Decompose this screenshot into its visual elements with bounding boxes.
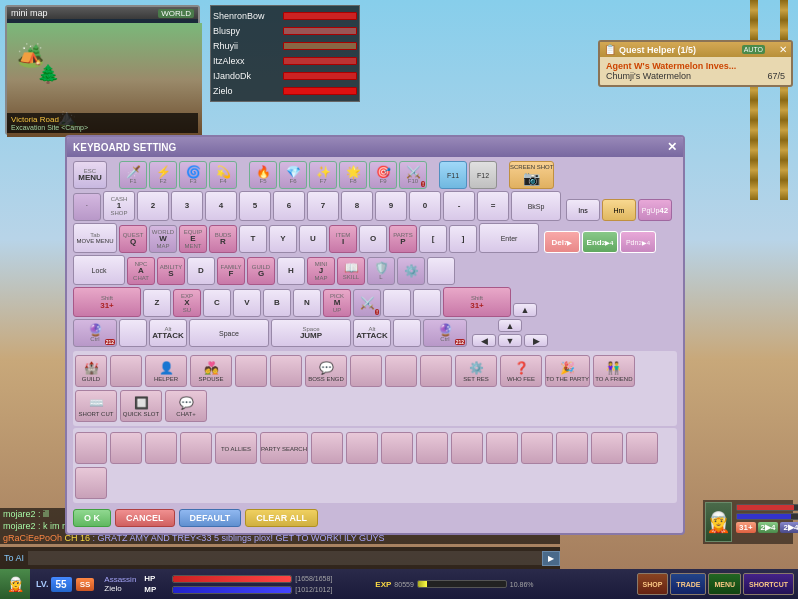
key-alt-right[interactable]: AltATTACK bbox=[353, 319, 391, 347]
key-slash[interactable] bbox=[413, 289, 441, 317]
key-f10[interactable]: ⚔️F10! bbox=[399, 161, 427, 189]
quickslot-b9[interactable] bbox=[451, 432, 483, 464]
quickslot-b11[interactable] bbox=[521, 432, 553, 464]
quickslot-to-allies[interactable]: TO ALLIES bbox=[215, 432, 257, 464]
key-4[interactable]: 4 bbox=[205, 191, 237, 221]
quickslot-who-fee[interactable]: ❓WHO FEE bbox=[500, 355, 542, 387]
key-n[interactable]: N bbox=[293, 289, 321, 317]
key-q[interactable]: QUESTQ bbox=[119, 225, 147, 253]
quickslot-empty-6[interactable] bbox=[420, 355, 452, 387]
key-win-right[interactable] bbox=[393, 319, 421, 347]
key-bracket-l[interactable]: [ bbox=[419, 225, 447, 253]
key-home[interactable]: Hm bbox=[602, 199, 636, 221]
keyboard-ok-button[interactable]: O K bbox=[73, 509, 111, 527]
key-f12[interactable]: F12 bbox=[469, 161, 497, 189]
quickslot-b2[interactable] bbox=[110, 432, 142, 464]
quickslot-guild[interactable]: 🏰GUILD bbox=[75, 355, 107, 387]
key-5[interactable]: 5 bbox=[239, 191, 271, 221]
key-x[interactable]: EXPXSU bbox=[173, 289, 201, 317]
quickslot-empty-4[interactable] bbox=[350, 355, 382, 387]
keyboard-close-button[interactable]: ✕ bbox=[667, 140, 677, 154]
key-enter[interactable]: Enter bbox=[479, 223, 539, 253]
key-m[interactable]: PICKMUP bbox=[323, 289, 351, 317]
key-r[interactable]: BUDSR bbox=[209, 225, 237, 253]
key-f7[interactable]: ✨F7 bbox=[309, 161, 337, 189]
keyboard-clear-button[interactable]: CLEAR ALL bbox=[245, 509, 318, 527]
key-bracket-r[interactable]: ] bbox=[449, 225, 477, 253]
key-quote[interactable] bbox=[427, 257, 455, 285]
key-f[interactable]: FAMILYF bbox=[217, 257, 245, 285]
keyboard-default-button[interactable]: DEFAULT bbox=[179, 509, 242, 527]
quickslot-b1[interactable] bbox=[75, 432, 107, 464]
key-ctrl-right[interactable]: 🔮Ctrl212 bbox=[423, 319, 467, 347]
key-y[interactable]: Y bbox=[269, 225, 297, 253]
key-minus[interactable]: - bbox=[443, 191, 475, 221]
quickslot-to-a-friend[interactable]: 👫TO A FRIEND bbox=[593, 355, 635, 387]
quickslot-chat[interactable]: 💬CHAT+ bbox=[165, 390, 207, 422]
key-2[interactable]: 2 bbox=[137, 191, 169, 221]
key-semicolon[interactable]: ⚙️ bbox=[397, 257, 425, 285]
key-f5[interactable]: 🔥F5 bbox=[249, 161, 277, 189]
quickslot-b8[interactable] bbox=[416, 432, 448, 464]
quickslot-b12[interactable] bbox=[556, 432, 588, 464]
quickslot-to-the-party[interactable]: 🎉TO THE PARTY bbox=[545, 355, 590, 387]
quickslot-empty-3[interactable] bbox=[270, 355, 302, 387]
quickslot-b13[interactable] bbox=[591, 432, 623, 464]
key-7[interactable]: 7 bbox=[307, 191, 339, 221]
key-f3[interactable]: 🌀F3 bbox=[179, 161, 207, 189]
key-win[interactable] bbox=[119, 319, 147, 347]
keyboard-cancel-button[interactable]: CANCEL bbox=[115, 509, 175, 527]
quickslot-helper[interactable]: 👤HELPER bbox=[145, 355, 187, 387]
key-backquote[interactable]: ` bbox=[73, 193, 101, 221]
quest-close-button[interactable]: ✕ bbox=[779, 44, 787, 55]
key-l[interactable]: 🛡️L bbox=[367, 257, 395, 285]
quickslot-empty-5[interactable] bbox=[385, 355, 417, 387]
key-t[interactable]: T bbox=[239, 225, 267, 253]
key-esc[interactable]: ESC MENU bbox=[73, 161, 107, 189]
key-w[interactable]: WORLDWMAP bbox=[149, 225, 177, 253]
world-button[interactable]: WORLD bbox=[158, 9, 194, 18]
key-0[interactable]: 0 bbox=[409, 191, 441, 221]
quickslot-b15[interactable] bbox=[75, 467, 107, 499]
key-equals[interactable]: = bbox=[477, 191, 509, 221]
key-printscreen[interactable]: SCREEN SHOT📷 bbox=[509, 161, 554, 189]
key-9[interactable]: 9 bbox=[375, 191, 407, 221]
key-f9[interactable]: 🎯F9 bbox=[369, 161, 397, 189]
key-h[interactable]: H bbox=[277, 257, 305, 285]
key-o[interactable]: O bbox=[359, 225, 387, 253]
key-space-left[interactable]: Space bbox=[189, 319, 269, 347]
quickslot-empty-2[interactable] bbox=[235, 355, 267, 387]
quickslot-b7[interactable] bbox=[381, 432, 413, 464]
quickslot-spouse[interactable]: 💑SPOUSE bbox=[190, 355, 232, 387]
key-c[interactable]: C bbox=[203, 289, 231, 317]
chat-input-field[interactable] bbox=[28, 551, 542, 565]
key-capslock[interactable]: Lock bbox=[73, 255, 125, 285]
quickslot-b10[interactable] bbox=[486, 432, 518, 464]
key-backspace[interactable]: BkSp bbox=[511, 191, 561, 221]
key-pgup[interactable]: PgUp42 bbox=[638, 199, 672, 221]
key-arrow-up-2[interactable]: ▲ bbox=[498, 319, 522, 332]
shortcut-button[interactable]: SHORTCUT bbox=[743, 573, 794, 595]
key-comma[interactable]: ⚔️! bbox=[353, 289, 381, 317]
key-a[interactable]: NPCACHAT bbox=[127, 257, 155, 285]
key-insert[interactable]: Ins bbox=[566, 199, 600, 221]
quickslot-b6[interactable] bbox=[346, 432, 378, 464]
key-3[interactable]: 3 bbox=[171, 191, 203, 221]
key-f2[interactable]: ⚡F2 bbox=[149, 161, 177, 189]
key-p[interactable]: PARTSP bbox=[389, 225, 417, 253]
key-shift-left[interactable]: Shift 31+ bbox=[73, 287, 141, 317]
key-b[interactable]: B bbox=[263, 289, 291, 317]
key-arrow-down[interactable]: ▼ bbox=[498, 334, 522, 347]
quickslot-set-res[interactable]: ⚙️SET RES bbox=[455, 355, 497, 387]
key-s[interactable]: ABILITYS bbox=[157, 257, 185, 285]
key-alt-left[interactable]: AltATTACK bbox=[149, 319, 187, 347]
key-1[interactable]: CASH1SHOP bbox=[103, 191, 135, 221]
quickslot-shortcut[interactable]: ⌨️SHORT CUT bbox=[75, 390, 117, 422]
key-end[interactable]: End2▶4 bbox=[582, 231, 618, 253]
key-tab[interactable]: Tab MOVE MENU bbox=[73, 223, 117, 253]
key-d[interactable]: D bbox=[187, 257, 215, 285]
menu-button[interactable]: MENU bbox=[708, 573, 741, 595]
key-k[interactable]: 📖SKILL bbox=[337, 257, 365, 285]
key-z[interactable]: Z bbox=[143, 289, 171, 317]
quickslot-boss-engd[interactable]: 💬BOSS ENGD bbox=[305, 355, 347, 387]
